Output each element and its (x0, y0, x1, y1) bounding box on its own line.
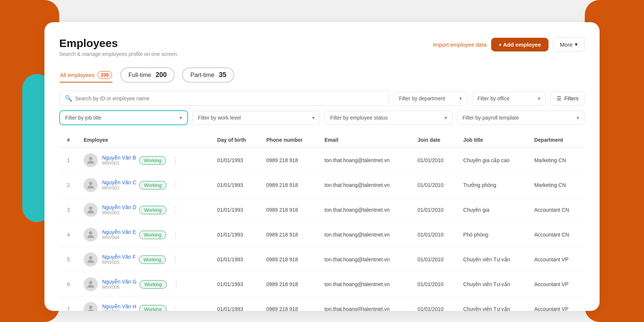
filter-icon: ☰ (557, 95, 561, 101)
more-actions-icon[interactable]: ⋮ (169, 254, 181, 265)
filter-row-1: 🔍 Filter by department ▾ Filter by offic… (59, 91, 585, 106)
cell-email: ton.that.hoang@talentnet.vn (319, 222, 412, 247)
cell-join-date: 01/01/2010 (412, 297, 457, 311)
status-badge: Working (139, 231, 166, 239)
filter-job-title[interactable]: Filter by job title ▾ (59, 110, 188, 125)
cell-department: Accountant CN (528, 198, 585, 222)
svg-point-1 (89, 182, 92, 185)
svg-point-4 (89, 256, 92, 259)
filter-row-2: Filter by job title ▾ Filter by work lev… (59, 110, 585, 125)
cell-phone: 0989 218 918 (261, 272, 319, 297)
cell-dob: 01/01/1993 (211, 272, 261, 297)
employee-name[interactable]: Nguyễn Văn D (102, 204, 136, 210)
filters-button[interactable]: ☰ Filters (550, 91, 585, 105)
cell-dob: 01/01/1993 (211, 198, 261, 222)
svg-point-3 (89, 231, 92, 235)
cell-num: 6 (59, 272, 78, 297)
employee-id: MNV002 (102, 185, 136, 191)
cell-dob: 01/01/1993 (211, 222, 261, 247)
chevron-down-icon: ▾ (312, 115, 315, 121)
table-row: 1 Nguyễn Văn B MNV001 Working (59, 148, 585, 173)
cell-num: 7 (59, 297, 78, 311)
page-title: Employees (59, 37, 178, 50)
search-input[interactable] (75, 95, 383, 101)
add-employee-button[interactable]: + Add employee (491, 38, 549, 51)
search-box: 🔍 (59, 91, 389, 106)
col-join-date: Join date (412, 133, 457, 148)
cell-department: Marketing CN (528, 148, 585, 173)
table-row: 3 Nguyễn Văn D MNV003 Working (59, 198, 585, 222)
more-actions-icon[interactable]: ⋮ (170, 303, 182, 311)
header-left: Employees Search & manage employees prof… (59, 37, 178, 57)
employee-name[interactable]: Nguyễn Văn B (102, 155, 136, 161)
avatar (84, 228, 98, 242)
avatar (84, 277, 98, 291)
more-actions-icon[interactable]: ⋮ (169, 229, 182, 240)
status-badge: Working (139, 156, 166, 165)
cell-job-title: Chuyên viên Tư vấn (457, 297, 529, 311)
employee-name[interactable]: Nguyễn Văn H (102, 303, 136, 309)
more-actions-icon[interactable]: ⋮ (170, 279, 182, 290)
cell-employee: Nguyễn Văn E MNV004 Working ⋮ (78, 222, 211, 247)
employee-name[interactable]: Nguyễn Văn E (102, 229, 136, 235)
table-header-row: # Employee Day of birth Phone number Ema… (59, 133, 585, 148)
cell-employee: Nguyễn Văn H MNV007 Working ⋮ (78, 297, 211, 311)
cell-join-date: 01/01/2010 (412, 173, 457, 198)
cell-join-date: 01/01/2010 (412, 247, 457, 272)
avatar (84, 178, 98, 192)
all-employees-badge: 235 (97, 71, 112, 79)
filter-employee-status[interactable]: Filter by employee status ▾ (325, 111, 453, 125)
cell-phone: 0989 218 918 (261, 297, 319, 311)
cell-employee: Nguyễn Văn G MNV006 Working ⋮ (78, 272, 211, 297)
cell-job-title: Chuyên viên Tư vấn (457, 247, 529, 272)
more-actions-icon[interactable]: ⋮ (169, 155, 182, 166)
employee-id: MNV001 (102, 161, 136, 166)
search-icon: 🔍 (65, 95, 72, 102)
employee-id: MNV005 (102, 260, 136, 265)
employee-table: # Employee Day of birth Phone number Ema… (59, 133, 585, 311)
cell-email: ton.that.hoang@talentnet.vn (319, 173, 412, 198)
cell-join-date: 01/01/2010 (412, 272, 457, 297)
svg-point-0 (89, 157, 92, 160)
cell-phone: 0989 218 918 (261, 222, 319, 247)
tab-all-employees[interactable]: All employees 235 (59, 67, 113, 83)
status-badge: Working (139, 305, 166, 311)
cell-department: Accountant CN (528, 222, 585, 247)
cell-email: ton.that.hoang@talentnet.vn (319, 148, 412, 173)
cell-email: ton.that.hoang@talentnet.vn (319, 247, 412, 272)
header: Employees Search & manage employees prof… (59, 37, 585, 57)
status-badge: Working (139, 181, 166, 189)
svg-point-6 (89, 306, 92, 309)
filter-office[interactable]: Filter by office ▾ (472, 91, 546, 105)
chevron-down-icon: ▾ (180, 115, 182, 121)
cell-employee: Nguyễn Văn F MNV005 Working ⋮ (78, 247, 211, 272)
employee-name[interactable]: Nguyễn Văn C (102, 180, 136, 185)
more-actions-icon[interactable]: ⋮ (170, 180, 182, 191)
status-badge: Working (139, 206, 166, 214)
tab-fulltime[interactable]: Full-time 200 (120, 67, 175, 83)
col-job-title: Job title (457, 133, 529, 148)
cell-phone: 0989 218 918 (261, 198, 319, 222)
more-actions-icon[interactable]: ⋮ (170, 204, 182, 215)
cell-job-title: Phó phòng (457, 222, 529, 247)
employee-name[interactable]: Nguyễn Văn F (102, 254, 136, 260)
cell-phone: 0989 218 918 (261, 173, 319, 198)
table-row: 6 Nguyễn Văn G MNV006 Working (59, 272, 585, 297)
employee-name[interactable]: Nguyễn Văn G (102, 279, 137, 285)
filter-payroll-template[interactable]: Filter by payroll template ▾ (457, 111, 585, 125)
cell-dob: 01/01/1993 (211, 297, 261, 311)
svg-point-2 (89, 207, 92, 210)
status-badge: Working (139, 255, 166, 264)
more-button[interactable]: More ▾ (553, 37, 585, 52)
tab-parttime[interactable]: Part-time 35 (182, 67, 234, 83)
avatar (84, 302, 98, 311)
filter-department[interactable]: Filter by department ▾ (393, 91, 467, 105)
chevron-down-icon: ▾ (577, 115, 579, 121)
table-row: 7 Nguyễn Văn H MNV007 Working (59, 297, 585, 311)
cell-num: 3 (59, 198, 78, 222)
filter-work-level[interactable]: Filter by work level ▾ (192, 111, 321, 125)
import-link[interactable]: Import employee data (433, 41, 487, 48)
svg-point-5 (89, 281, 92, 284)
cell-job-title: Trưởng phòng (457, 173, 529, 198)
cell-num: 1 (59, 148, 78, 173)
